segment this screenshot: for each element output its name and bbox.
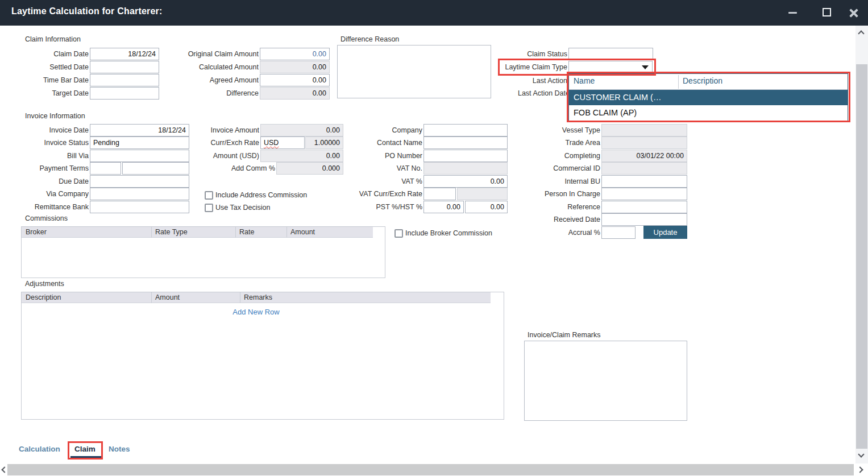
tab-notes[interactable]: Notes [109, 445, 130, 453]
adjustments-table: Description Amount Remarks Add New Row [21, 292, 504, 420]
time-bar-date-field[interactable] [90, 74, 159, 86]
laytime-claim-type-label: Laytime Claim Type [480, 61, 567, 73]
via-company-field[interactable] [90, 188, 189, 200]
company-label: Company [340, 124, 422, 136]
invoice-date-field[interactable]: 18/12/24 [90, 124, 189, 136]
add-comm-pct-field: 0.000 [276, 162, 343, 175]
reference-field[interactable] [601, 201, 687, 213]
vat-exchange-rate-field [457, 188, 508, 200]
payment-terms-description-field[interactable] [122, 162, 189, 175]
vat-pct-field[interactable]: 0.00 [423, 175, 508, 188]
trade-area-label: Trade Area [512, 136, 600, 149]
adjustments-heading: Adjustments [25, 280, 64, 288]
laytime-claim-type-combobox[interactable] [568, 61, 653, 73]
difference-label: Difference [178, 87, 259, 100]
claim-date-field[interactable]: 18/12/24 [90, 48, 159, 60]
tab-calculation[interactable]: Calculation [19, 445, 60, 453]
company-field[interactable] [423, 124, 508, 136]
invoice-status-label: Invoice Status [9, 136, 89, 149]
vessel-type-label: Vessel Type [512, 124, 600, 136]
minimize-icon[interactable] [788, 12, 797, 14]
exchange-rate-field: 1.00000 [305, 136, 343, 149]
contact-name-field[interactable] [423, 136, 508, 149]
dropdown-option-customer-claim[interactable]: CUSTOMER CLAIM (… [569, 90, 848, 105]
adjustments-col-remarks[interactable]: Remarks [240, 292, 491, 303]
agreed-amount-field[interactable]: 0.00 [260, 74, 330, 86]
title-bar: Laytime Calculation for Charterer: [0, 0, 868, 26]
claim-status-field[interactable] [568, 48, 653, 60]
claim-status-label: Claim Status [480, 48, 567, 60]
update-button[interactable]: Update [643, 226, 687, 239]
close-icon[interactable] [848, 7, 859, 19]
due-date-label: Due Date [9, 175, 89, 188]
add-comm-pct-label: Add Comm % [198, 162, 275, 175]
adjustments-col-description[interactable]: Description [22, 292, 151, 303]
difference-reason-textarea[interactable] [337, 45, 491, 98]
use-tax-decision-checkbox[interactable] [205, 204, 213, 212]
currency-field[interactable]: USD [260, 136, 305, 149]
include-address-commission-label: Include Address Commission [215, 191, 307, 199]
reference-label: Reference [512, 201, 600, 213]
po-number-field[interactable] [423, 150, 508, 162]
adjustments-col-amount[interactable]: Amount [151, 292, 240, 303]
agreed-amount-label: Agreed Amount [178, 74, 259, 86]
invoice-amount-field: 0.00 [260, 124, 343, 136]
commissions-col-rate[interactable]: Rate [235, 227, 286, 238]
use-tax-decision-label: Use Tax Decision [215, 204, 270, 212]
accrual-pct-label: Accrual % [512, 226, 600, 239]
dropdown-column-separator [678, 75, 679, 89]
vat-no-label: VAT No. [340, 162, 422, 175]
tab-claim[interactable]: Claim [74, 445, 95, 453]
add-new-row-link[interactable]: Add New Row [22, 308, 491, 316]
amount-usd-field: 0.00 [260, 150, 343, 162]
received-date-field[interactable] [601, 213, 687, 226]
tab-claim-active-underline [70, 456, 101, 458]
calculated-amount-field: 0.00 [260, 61, 330, 73]
horizontal-scrollbar-thumb[interactable] [7, 464, 854, 475]
vat-currency-field[interactable] [423, 188, 456, 200]
remittance-bank-field[interactable] [90, 201, 189, 213]
dropdown-option-fob-claim[interactable]: FOB CLAIM (AP) [569, 105, 848, 121]
calculated-amount-label: Calculated Amount [178, 61, 259, 73]
payment-terms-code-field[interactable] [90, 162, 121, 175]
commissions-heading: Commissions [25, 214, 68, 222]
vat-pct-label: VAT % [340, 175, 422, 188]
laytime-calculation-window: Laytime Calculation for Charterer: Claim… [0, 0, 868, 476]
maximize-icon[interactable] [823, 8, 831, 16]
dropdown-name-column-header: Name [574, 76, 595, 85]
due-date-field[interactable] [90, 175, 189, 188]
pst-pct-field[interactable]: 0.00 [423, 201, 464, 213]
target-date-field[interactable] [90, 87, 159, 100]
person-in-charge-field[interactable] [601, 188, 687, 200]
include-broker-commission-checkbox[interactable] [394, 229, 403, 238]
bill-via-field[interactable] [90, 150, 189, 162]
bill-via-label: Bill Via [9, 150, 89, 162]
dropdown-header-row: Name Description [569, 74, 848, 90]
commercial-id-label: Commercial ID [512, 162, 600, 175]
invoice-amount-label: Invoice Amount [182, 124, 259, 136]
invoice-information-heading: Invoice Information [25, 112, 85, 120]
internal-bu-field[interactable] [601, 175, 687, 188]
via-company-label: Via Company [9, 188, 89, 200]
original-claim-amount-field[interactable]: 0.00 [260, 48, 330, 60]
invoice-status-field[interactable]: Pending [90, 136, 189, 149]
vertical-scrollbar-thumb[interactable] [856, 64, 867, 449]
received-date-label: Received Date [512, 213, 600, 226]
invoice-claim-remarks-textarea[interactable] [524, 341, 687, 421]
hst-pct-field[interactable]: 0.00 [465, 201, 508, 213]
chevron-down-icon[interactable] [642, 65, 649, 69]
commissions-col-amount[interactable]: Amount [286, 227, 373, 238]
accrual-pct-field[interactable] [601, 226, 636, 239]
commissions-col-broker[interactable]: Broker [22, 227, 151, 238]
include-address-commission-checkbox[interactable] [205, 191, 213, 200]
pst-hst-pct-label: PST %/HST % [340, 201, 422, 213]
completing-label: Completing [512, 150, 600, 162]
settled-date-field[interactable] [90, 61, 159, 73]
include-broker-commission-label: Include Broker Commission [405, 229, 492, 237]
commissions-table: Broker Rate Type Rate Amount [21, 226, 385, 278]
commissions-col-rate-type[interactable]: Rate Type [151, 227, 235, 238]
remittance-bank-label: Remittance Bank [9, 201, 89, 213]
difference-field: 0.00 [260, 87, 330, 100]
difference-reason-heading: Difference Reason [340, 35, 399, 43]
curr-exch-rate-label: Curr/Exch Rate [182, 136, 259, 149]
